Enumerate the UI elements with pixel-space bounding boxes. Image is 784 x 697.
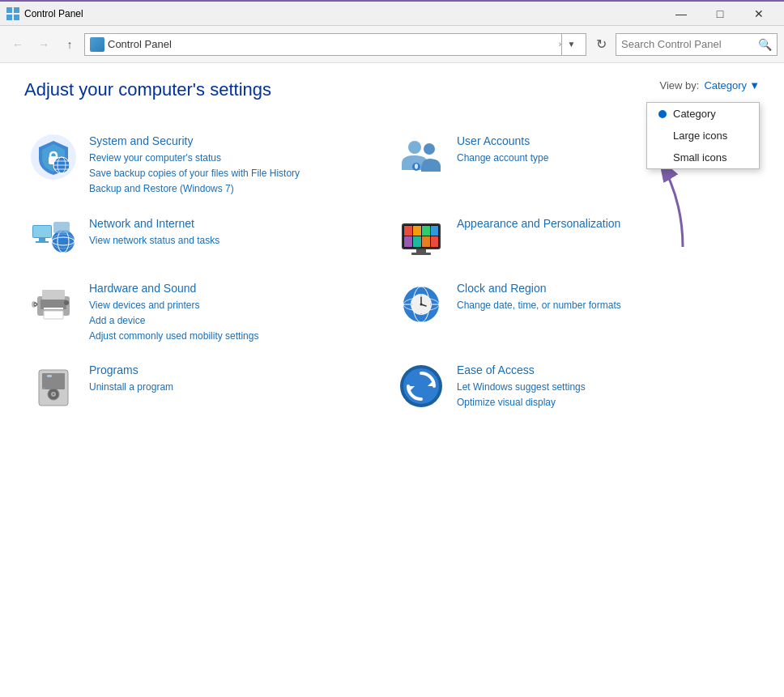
system-security-link-2[interactable]: Backup and Restore (Windows 7) <box>89 181 386 197</box>
back-button[interactable]: ← <box>6 33 29 56</box>
svg-rect-16 <box>39 238 45 241</box>
view-option-large-icons-label: Large icons <box>673 130 727 142</box>
address-icon <box>90 37 104 52</box>
svg-rect-2 <box>6 15 12 20</box>
svg-point-41 <box>64 300 69 305</box>
radio-selected-icon <box>658 110 667 118</box>
hardware-link-1[interactable]: Add a device <box>89 313 386 329</box>
svg-rect-28 <box>431 226 438 236</box>
hardware-content: Hardware and Sound View devices and prin… <box>89 282 386 345</box>
svg-point-18 <box>52 230 75 253</box>
refresh-button[interactable]: ↻ <box>590 33 612 56</box>
system-security-link-0[interactable]: Review your computer's status <box>89 151 386 166</box>
view-by-dropdown[interactable]: Category ▼ <box>704 79 760 91</box>
minimize-button[interactable]: — <box>663 1 700 27</box>
category-hardware: Hardware and Sound View devices and prin… <box>24 272 392 355</box>
clock-content: Clock and Region Change date, time, or n… <box>457 282 753 313</box>
svg-rect-34 <box>411 253 431 255</box>
system-security-title[interactable]: System and Security <box>89 134 386 147</box>
view-by-label: View by: <box>659 79 699 91</box>
svg-rect-37 <box>42 290 65 300</box>
svg-point-12 <box>424 143 435 155</box>
clock-title[interactable]: Clock and Region <box>457 282 753 295</box>
svg-rect-22 <box>53 222 70 233</box>
window-title: Control Panel <box>24 8 663 19</box>
svg-rect-30 <box>413 236 421 247</box>
view-option-category-label: Category <box>673 108 716 120</box>
maximize-button[interactable]: □ <box>701 1 739 27</box>
system-security-link-1[interactable]: Save backup copies of your files with Fi… <box>89 166 386 181</box>
address-dropdown-button[interactable]: ▼ <box>561 33 581 56</box>
category-programs: Programs Uninstall a program <box>24 354 392 420</box>
svg-rect-1 <box>14 7 19 13</box>
svg-rect-60 <box>47 375 52 377</box>
svg-rect-31 <box>422 236 430 247</box>
hardware-link-0[interactable]: View devices and printers <box>89 298 386 313</box>
chevron-down-icon: ▼ <box>749 79 760 91</box>
radio-empty-icon <box>658 132 667 140</box>
appearance-title[interactable]: Appearance and Personalization <box>457 217 753 230</box>
clock-icon <box>398 282 444 327</box>
radio-empty-icon-2 <box>658 154 667 162</box>
view-option-small-icons-label: Small icons <box>673 151 726 164</box>
view-by-value: Category <box>704 79 747 91</box>
hardware-title[interactable]: Hardware and Sound <box>89 282 386 295</box>
up-button[interactable]: ↑ <box>58 33 81 56</box>
page-title: Adjust your computer's settings <box>24 79 760 100</box>
svg-rect-25 <box>404 226 412 236</box>
main-content: Adjust your computer's settings View by:… <box>0 63 784 437</box>
address-text: Control Panel <box>108 38 556 50</box>
view-option-large-icons[interactable]: Large icons <box>647 125 759 147</box>
view-option-small-icons[interactable]: Small icons <box>647 147 759 168</box>
view-by-bar: View by: Category ▼ <box>659 79 760 91</box>
network-title[interactable]: Network and Internet <box>89 217 386 230</box>
category-clock: Clock and Region Change date, time, or n… <box>392 272 760 355</box>
svg-rect-40 <box>44 311 63 319</box>
category-network: Network and Internet View network status… <box>24 207 392 272</box>
svg-rect-56 <box>42 373 65 389</box>
svg-rect-29 <box>404 236 412 247</box>
view-option-category[interactable]: Category <box>647 103 759 125</box>
title-bar: Control Panel — □ ✕ <box>0 0 784 26</box>
svg-rect-26 <box>413 226 421 236</box>
svg-rect-15 <box>33 226 51 237</box>
close-button[interactable]: ✕ <box>740 1 778 27</box>
hardware-icon <box>31 282 76 327</box>
programs-link-0[interactable]: Uninstall a program <box>89 380 386 395</box>
svg-rect-38 <box>44 308 63 309</box>
programs-content: Programs Uninstall a program <box>89 363 386 395</box>
search-button[interactable]: 🔍 <box>758 38 772 51</box>
search-box: 🔍 <box>616 33 778 56</box>
svg-point-59 <box>53 393 54 395</box>
appearance-icon <box>398 217 444 262</box>
ease-access-link-0[interactable]: Let Windows suggest settings <box>457 380 753 395</box>
address-box: Control Panel › ▼ <box>84 33 586 56</box>
address-bar: ← → ↑ Control Panel › ▼ ↻ 🔍 <box>0 26 784 63</box>
clock-link-0[interactable]: Change date, time, or number formats <box>457 298 753 313</box>
ease-access-link-1[interactable]: Optimize visual display <box>457 395 753 410</box>
app-icon <box>6 7 19 20</box>
appearance-content: Appearance and Personalization <box>457 217 753 233</box>
svg-rect-27 <box>422 226 430 236</box>
ease-access-content: Ease of Access Let Windows suggest setti… <box>457 363 753 410</box>
svg-point-11 <box>408 141 421 154</box>
category-system-security: System and Security Review your computer… <box>24 125 392 207</box>
svg-rect-0 <box>6 7 12 13</box>
svg-rect-17 <box>36 241 49 243</box>
forward-button[interactable]: → <box>32 33 55 56</box>
view-options-menu: Category Large icons Small icons <box>646 102 760 169</box>
svg-rect-61 <box>42 388 45 389</box>
system-security-icon <box>31 134 76 180</box>
svg-point-50 <box>420 303 423 305</box>
ease-access-icon <box>398 363 444 409</box>
svg-rect-3 <box>14 15 19 20</box>
network-icon <box>31 217 76 262</box>
svg-rect-33 <box>416 249 426 253</box>
ease-access-title[interactable]: Ease of Access <box>457 363 753 376</box>
network-link-0[interactable]: View network status and tasks <box>89 233 386 249</box>
category-appearance: Appearance and Personalization <box>392 207 760 272</box>
programs-icon <box>31 363 76 409</box>
hardware-link-2[interactable]: Adjust commonly used mobility settings <box>89 329 386 344</box>
search-input[interactable] <box>621 38 758 50</box>
programs-title[interactable]: Programs <box>89 363 386 376</box>
